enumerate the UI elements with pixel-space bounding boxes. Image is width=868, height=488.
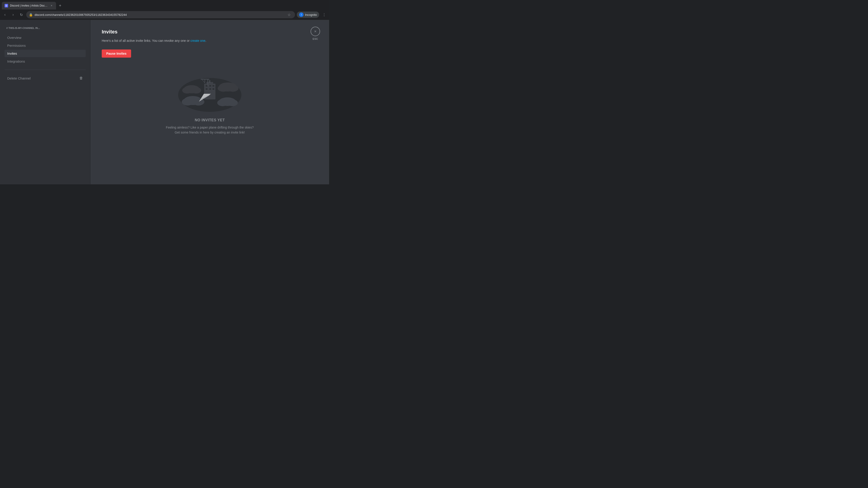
svg-point-3 (191, 87, 201, 94)
svg-rect-10 (206, 85, 208, 87)
svg-rect-13 (206, 88, 208, 90)
esc-label: ESC (313, 37, 318, 40)
reload-button[interactable]: ↻ (18, 11, 24, 18)
new-tab-button[interactable]: + (57, 2, 63, 9)
page-description: Here's a list of all active invite links… (102, 38, 318, 43)
svg-point-24 (217, 99, 228, 106)
svg-rect-12 (213, 85, 214, 87)
sidebar-nav: Overview Permissions Invites Integration… (4, 34, 86, 65)
tab-close-button[interactable]: × (50, 4, 53, 7)
address-bar[interactable]: 🔒 discord.com/channels/11823620100679352… (26, 11, 295, 18)
main-content: × ESC Invites Here's a list of all activ… (90, 20, 329, 184)
url-text: discord.com/channels/1182362010067935253… (35, 13, 284, 17)
tab-favicon: D (4, 4, 8, 7)
svg-point-6 (227, 85, 239, 92)
browser-chrome: D Discord | Invites | Artists Discord × … (0, 0, 329, 20)
tab-bar: D Discord | Invites | Artists Discord × … (0, 0, 329, 9)
pause-invites-button[interactable]: Pause Invites (102, 50, 131, 58)
empty-description: Feeling aimless? Like a paper plane drif… (166, 125, 254, 135)
discord-app: # THIS-IS-MY-CHANNEL IN... Overview Perm… (0, 20, 329, 184)
profile-label: Incognito (305, 13, 317, 17)
svg-point-2 (182, 87, 192, 94)
channel-header: # THIS-IS-MY-CHANNEL IN... (4, 27, 86, 29)
create-one-link[interactable]: create one (191, 39, 206, 42)
back-button[interactable]: ‹ (2, 11, 8, 18)
profile-avatar: I (299, 12, 304, 17)
tab-title: Discord | Invites | Artists Discord (10, 4, 48, 7)
lock-icon: 🔒 (29, 13, 33, 17)
address-bar-row: ‹ › ↻ 🔒 discord.com/channels/11823620100… (0, 9, 329, 20)
sidebar-item-overview[interactable]: Overview (4, 34, 86, 41)
svg-rect-11 (209, 85, 211, 87)
profile-button[interactable]: I Incognito (297, 11, 319, 18)
svg-rect-9 (209, 80, 210, 83)
svg-point-25 (227, 99, 238, 106)
sidebar: # THIS-IS-MY-CHANNEL IN... Overview Perm… (0, 20, 90, 184)
empty-state: NO INVITES YET Feeling aimless? Like a p… (102, 67, 318, 144)
trash-icon: 🗑 (79, 76, 83, 80)
forward-button[interactable]: › (10, 11, 16, 18)
esc-circle-icon: × (311, 27, 320, 36)
address-bar-actions: ☆ (286, 11, 292, 18)
sidebar-item-permissions[interactable]: Permissions (4, 42, 86, 49)
browser-menu-button[interactable]: ⋮ (321, 11, 327, 18)
delete-channel-item[interactable]: Delete Channel 🗑 (4, 74, 86, 82)
page-title: Invites (102, 29, 318, 35)
svg-point-21 (182, 98, 193, 105)
empty-illustration (176, 71, 244, 112)
esc-button[interactable]: × ESC (311, 27, 320, 40)
delete-channel-label: Delete Channel (7, 76, 31, 80)
bookmark-button[interactable]: ☆ (286, 11, 292, 18)
sidebar-item-invites[interactable]: Invites (4, 50, 86, 57)
svg-rect-15 (213, 88, 214, 90)
sidebar-item-integrations[interactable]: Integrations (4, 58, 86, 65)
svg-rect-14 (209, 88, 211, 90)
active-tab[interactable]: D Discord | Invites | Artists Discord × (2, 2, 56, 9)
empty-title: NO INVITES YET (195, 118, 225, 122)
svg-rect-16 (208, 79, 208, 86)
